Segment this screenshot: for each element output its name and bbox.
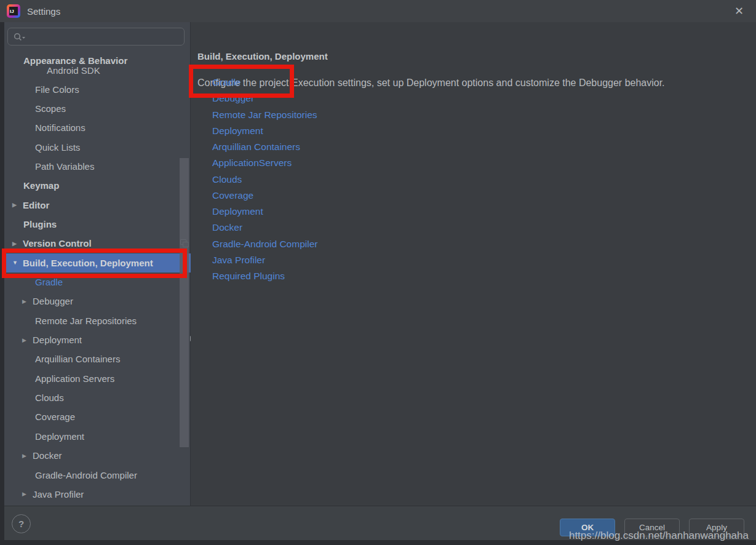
chevron-collapsed-icon[interactable]: ▶ bbox=[22, 337, 33, 343]
sidebar-item-label: Android SDK bbox=[47, 65, 100, 76]
watermark: https://blog.csdn.net/hanhanwanghaha bbox=[569, 530, 749, 542]
search-icon bbox=[13, 32, 26, 42]
intellij-logo-glyph: IJ bbox=[9, 7, 18, 15]
config-link-gradle-android-compiler[interactable]: Gradle-Android Compiler bbox=[212, 236, 317, 252]
sidebar-item-docker[interactable]: ▶Docker bbox=[4, 446, 209, 465]
config-link-required-plugins[interactable]: Required Plugins bbox=[212, 268, 285, 284]
sidebar-item-label: Remote Jar Repositories bbox=[35, 316, 137, 326]
sidebar-item-label: Coverage bbox=[35, 412, 75, 422]
sidebar-item-notifications[interactable]: Notifications bbox=[4, 118, 221, 137]
config-link-coverage[interactable]: Coverage bbox=[212, 188, 253, 204]
sidebar-item-arquillian-containers[interactable]: Arquillian Containers bbox=[4, 349, 221, 368]
sidebar-item-label: Scopes bbox=[35, 103, 66, 114]
chevron-collapsed-icon[interactable]: ▶ bbox=[22, 298, 33, 304]
sidebar-item-label: Clouds bbox=[35, 392, 64, 403]
sidebar-item-label: Keymap bbox=[23, 180, 59, 191]
sidebar-item-quick-lists[interactable]: Quick Lists bbox=[4, 138, 221, 157]
annotation-box-gradle-link bbox=[189, 65, 294, 98]
sidebar-item-keymap[interactable]: Keymap bbox=[4, 176, 210, 195]
sidebar-item-label: File Colors bbox=[35, 84, 79, 95]
sidebar-item-java-profiler[interactable]: ▶Java Profiler bbox=[4, 485, 209, 504]
sidebar-item-label: Deployment bbox=[35, 431, 84, 442]
annotation-box-sidebar-item bbox=[2, 249, 187, 278]
sidebar-item-debugger[interactable]: ▶Debugger bbox=[4, 292, 209, 311]
sidebar-item-label: Quick Lists bbox=[35, 142, 80, 153]
sidebar-item-application-servers[interactable]: Application Servers bbox=[4, 369, 221, 388]
sidebar-item-remote-jar-repositories[interactable]: Remote Jar Repositories bbox=[4, 311, 221, 330]
config-link-applicationservers[interactable]: ApplicationServers bbox=[212, 155, 292, 171]
config-link-java-profiler[interactable]: Java Profiler bbox=[212, 252, 265, 268]
chevron-collapsed-icon[interactable]: ▶ bbox=[22, 491, 33, 497]
chevron-collapsed-icon[interactable]: ▶ bbox=[12, 202, 23, 208]
sidebar-item-label: Plugins bbox=[23, 219, 57, 229]
sidebar-item-label: Editor bbox=[23, 200, 49, 210]
sidebar-item-label: Path Variables bbox=[35, 161, 94, 172]
sidebar-item-deployment[interactable]: ▶Deployment bbox=[4, 330, 209, 349]
search-input[interactable] bbox=[7, 28, 185, 46]
search-history-chevron-icon bbox=[22, 37, 25, 39]
sidebar-item-label: Application Servers bbox=[35, 373, 114, 384]
sidebar-item-label: Debugger bbox=[33, 296, 73, 306]
intellij-logo-icon: IJ bbox=[7, 4, 20, 18]
config-link-clouds[interactable]: Clouds bbox=[212, 172, 242, 188]
sidebar-item-editor[interactable]: ▶Editor bbox=[4, 196, 199, 215]
titlebar: IJ Settings ✕ bbox=[0, 0, 756, 22]
chevron-collapsed-icon[interactable]: ▶ bbox=[12, 241, 23, 247]
page-title: Build, Execution, Deployment bbox=[197, 51, 328, 62]
sidebar-item-label: Notifications bbox=[35, 122, 86, 133]
sidebar-item-coverage[interactable]: Coverage bbox=[4, 407, 221, 426]
sidebar-item-label: Arquillian Containers bbox=[35, 354, 120, 364]
help-button[interactable]: ? bbox=[12, 514, 31, 533]
config-link-deployment[interactable]: Deployment bbox=[212, 123, 263, 139]
sidebar-item-deployment[interactable]: Deployment bbox=[4, 427, 221, 446]
chevron-collapsed-icon[interactable]: ▶ bbox=[22, 453, 33, 459]
left-edge-strip bbox=[0, 22, 4, 540]
sidebar-item-label: Version Control bbox=[23, 238, 92, 249]
settings-dialog: IJ Settings ✕ Appearance & BehaviorAndro… bbox=[0, 0, 756, 545]
window-title: Settings bbox=[27, 0, 60, 22]
sidebar-item-clouds[interactable]: Clouds bbox=[4, 388, 221, 407]
sidebar-item-label: Gradle-Android Compiler bbox=[35, 470, 137, 480]
sidebar-item-label: Java Profiler bbox=[33, 489, 84, 499]
sidebar-item-scopes[interactable]: Scopes bbox=[4, 99, 221, 118]
sidebar-item-gradle-android-compiler[interactable]: Gradle-Android Compiler bbox=[4, 466, 221, 485]
sidebar-item-label: Docker bbox=[33, 450, 62, 461]
sidebar-item-label: Deployment bbox=[33, 335, 82, 345]
config-link-arquillian-containers[interactable]: Arquillian Containers bbox=[212, 139, 300, 155]
sidebar-item-plugins[interactable]: Plugins bbox=[4, 215, 210, 234]
sidebar-scrollbar-thumb[interactable] bbox=[180, 158, 189, 447]
sidebar-item-path-variables[interactable]: Path Variables bbox=[4, 157, 221, 176]
sidebar-item-label: Gradle bbox=[35, 277, 63, 287]
config-link-docker[interactable]: Docker bbox=[212, 220, 242, 236]
config-link-remote-jar-repositories[interactable]: Remote Jar Repositories bbox=[212, 107, 317, 123]
config-link-deployment[interactable]: Deployment bbox=[212, 204, 263, 220]
close-icon[interactable]: ✕ bbox=[734, 0, 744, 22]
